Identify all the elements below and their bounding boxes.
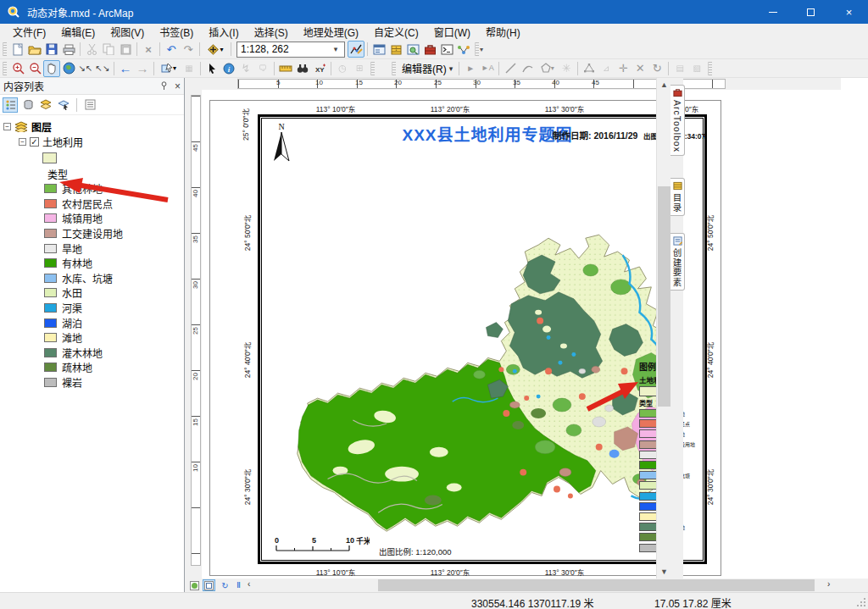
attributes-button[interactable]: ▤ bbox=[671, 60, 688, 77]
toc-legend-item[interactable]: 有林地 bbox=[3, 256, 184, 271]
toc-legend-item[interactable]: 滩地 bbox=[3, 330, 184, 346]
layout-view-button[interactable] bbox=[203, 579, 215, 591]
redo-button[interactable]: ↷ bbox=[180, 41, 197, 58]
layer-symbol-swatch[interactable] bbox=[42, 152, 57, 163]
toc-legend-item[interactable]: 湖泊 bbox=[3, 315, 184, 330]
cut-polygons-button[interactable]: ✕ bbox=[632, 60, 648, 77]
toc-close-icon[interactable]: × bbox=[175, 80, 181, 92]
map-date-label[interactable]: 制作日期: 2016/11/29 bbox=[553, 129, 637, 141]
straight-segment-button[interactable] bbox=[502, 60, 519, 77]
list-by-source-button[interactable] bbox=[20, 97, 36, 113]
forward-extent-button[interactable]: → bbox=[134, 60, 151, 77]
vertical-scroll-thumb[interactable] bbox=[658, 186, 670, 407]
clear-selection-button[interactable]: ▦ bbox=[181, 60, 198, 77]
save-button[interactable] bbox=[43, 41, 60, 58]
catalog-window-button[interactable] bbox=[387, 41, 404, 58]
select-features-dropdown-icon[interactable]: ▾ bbox=[173, 64, 176, 72]
point-tool-button[interactable]: ✳ bbox=[558, 60, 575, 77]
toc-legend-item[interactable]: 河渠 bbox=[3, 301, 184, 316]
data-view-button[interactable] bbox=[188, 579, 201, 591]
toc-legend-item[interactable]: 裸岩 bbox=[3, 375, 184, 390]
pin-icon[interactable] bbox=[159, 81, 169, 91]
list-by-drawing-order-button[interactable] bbox=[3, 97, 18, 113]
toolbar-overflow-grip[interactable] bbox=[475, 42, 479, 56]
edit-vertices-button[interactable] bbox=[581, 60, 598, 77]
select-elements-button[interactable] bbox=[203, 60, 220, 77]
tools-grip[interactable] bbox=[3, 62, 7, 75]
toc-legend-item[interactable]: 旱地 bbox=[3, 241, 184, 256]
layer-symbol-row[interactable] bbox=[3, 149, 184, 166]
minimize-button[interactable] bbox=[754, 0, 792, 24]
back-extent-button[interactable]: ← bbox=[117, 60, 134, 77]
toolbar-grip[interactable] bbox=[3, 42, 7, 56]
menu-help[interactable]: 帮助(H) bbox=[478, 23, 528, 41]
map-frame[interactable]: XXX县土地利用专题图 制作日期: 2016/11/29 出图时间: 10:34… bbox=[258, 114, 707, 564]
fixed-zoom-out-button[interactable]: ↖↘ bbox=[94, 60, 111, 77]
pause-drawing-button[interactable]: ‖ bbox=[232, 579, 245, 591]
find-button[interactable] bbox=[294, 60, 311, 77]
menu-selection[interactable]: 选择(S) bbox=[247, 23, 296, 41]
menu-view[interactable]: 视图(V) bbox=[103, 23, 152, 41]
collapse-icon[interactable]: − bbox=[19, 138, 26, 146]
horizontal-scroll-track[interactable] bbox=[258, 579, 824, 591]
go-to-xy-button[interactable]: XY bbox=[311, 60, 328, 77]
maximize-button[interactable] bbox=[792, 0, 830, 24]
north-arrow[interactable]: N bbox=[267, 120, 296, 168]
rotate-button[interactable]: ↻ bbox=[648, 60, 665, 77]
zoom-in-button[interactable] bbox=[9, 60, 26, 77]
toc-layer-row[interactable]: − ✓ 土地利用 bbox=[3, 134, 184, 149]
copy-button[interactable] bbox=[100, 41, 117, 58]
modelbuilder-button[interactable] bbox=[455, 41, 472, 58]
delete-button[interactable]: × bbox=[140, 41, 157, 58]
toolbar-overflow-icon[interactable]: ▾ bbox=[480, 46, 483, 53]
construction-tools-button[interactable]: ▾ bbox=[536, 60, 558, 77]
toc-legend-item[interactable]: 工交建设用地 bbox=[3, 226, 184, 241]
close-button[interactable]: × bbox=[830, 0, 868, 24]
scroll-right-icon[interactable]: › bbox=[827, 579, 830, 589]
toc-legend-item[interactable]: 农村居民点 bbox=[3, 197, 184, 212]
menu-edit[interactable]: 编辑(E) bbox=[53, 23, 103, 41]
zoom-out-button[interactable] bbox=[26, 60, 43, 77]
identify-button[interactable]: i bbox=[220, 60, 237, 77]
full-extent-button[interactable] bbox=[60, 60, 77, 77]
editor-menu-button[interactable]: 编辑器(R) ▾ bbox=[398, 60, 456, 77]
measure-button[interactable] bbox=[277, 60, 294, 77]
fixed-zoom-in-button[interactable]: ↘↖ bbox=[77, 60, 94, 77]
toc-legend-item[interactable]: 水田 bbox=[3, 285, 184, 301]
map-scale-combobox[interactable]: ▾ bbox=[236, 42, 345, 58]
tab-arctoolbox[interactable]: ArcToolbox bbox=[670, 85, 685, 156]
menu-file[interactable]: 文件(F) bbox=[5, 23, 53, 41]
scroll-down-icon[interactable]: ▼ bbox=[657, 565, 671, 579]
new-document-button[interactable] bbox=[9, 41, 26, 58]
menu-windows[interactable]: 窗口(W) bbox=[426, 23, 478, 41]
toc-window-button[interactable] bbox=[370, 41, 387, 58]
list-by-visibility-button[interactable] bbox=[38, 97, 53, 113]
toc-header[interactable]: 内容列表 × bbox=[0, 78, 184, 95]
dynamic-display-button[interactable] bbox=[348, 41, 364, 58]
print-button[interactable] bbox=[60, 41, 77, 58]
editor-overflow-grip[interactable] bbox=[708, 62, 712, 75]
menu-geoprocessing[interactable]: 地理处理(G) bbox=[296, 23, 366, 41]
scroll-left-icon[interactable]: ‹ bbox=[248, 579, 250, 589]
python-window-button[interactable] bbox=[438, 41, 455, 58]
hyperlink-button[interactable]: ↯ bbox=[237, 60, 254, 77]
refresh-view-button[interactable]: ↻ bbox=[219, 579, 231, 591]
list-by-selection-button[interactable] bbox=[56, 97, 71, 113]
tab-create-features[interactable]: 创建要素 bbox=[670, 233, 685, 291]
toc-root-row[interactable]: − 图层 bbox=[3, 119, 184, 134]
layer-checkbox[interactable]: ✓ bbox=[30, 137, 39, 147]
layout-view[interactable]: 113° 10′0″东 113° 20′0″东 113° 30′0″东 113°… bbox=[202, 90, 841, 579]
arc-segment-button[interactable] bbox=[519, 60, 536, 77]
horizontal-scroll-thumb[interactable] bbox=[378, 579, 815, 591]
time-slider-button[interactable]: ◷ bbox=[334, 60, 351, 77]
scale-dropdown-icon[interactable]: ▾ bbox=[329, 45, 342, 53]
add-data-button[interactable]: ▾ bbox=[203, 41, 228, 58]
paste-button[interactable] bbox=[117, 41, 134, 58]
arctoolbox-window-button[interactable] bbox=[421, 41, 438, 58]
toc-legend-item[interactable]: 其他林地 bbox=[3, 181, 184, 197]
map-scale-input[interactable] bbox=[237, 42, 329, 57]
toc-options-button[interactable] bbox=[82, 97, 97, 113]
viewer-window-button[interactable]: ⊞ bbox=[351, 60, 368, 77]
cut-button[interactable] bbox=[83, 41, 100, 58]
tools-overflow-grip[interactable] bbox=[370, 62, 375, 75]
